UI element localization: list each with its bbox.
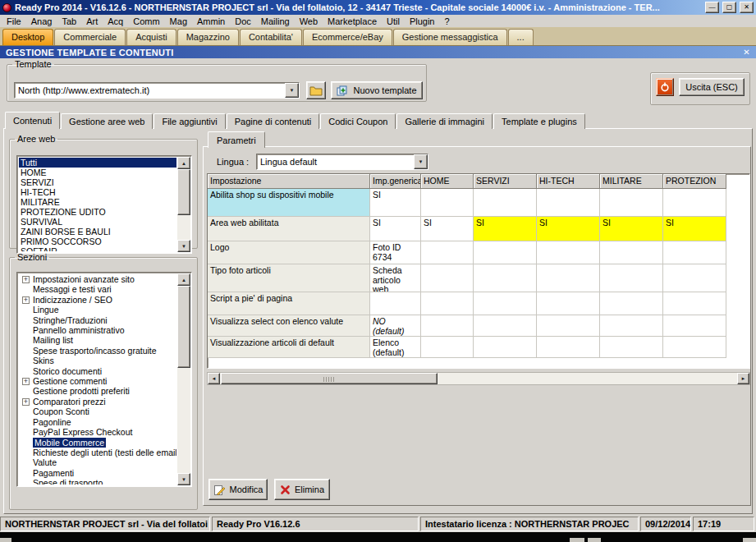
cell-servizi[interactable]	[474, 241, 537, 264]
menu-item-file[interactable]: File	[2, 16, 26, 27]
module-tab-commerciale[interactable]: Commerciale	[54, 29, 126, 45]
sezione-item-valute[interactable]: Valute	[19, 457, 176, 467]
cell-generica[interactable]: SI	[370, 189, 421, 217]
sezione-item-spese-trasporto-incasso-gratuite[interactable]: Spese trasporto/incasso gratuite	[19, 346, 176, 356]
menu-item-marketplace[interactable]: Marketplace	[323, 16, 382, 27]
content-tab-template-e-plugins[interactable]: Template e plugins	[493, 113, 585, 129]
cell-home[interactable]	[421, 337, 474, 358]
cell-protezione[interactable]	[663, 264, 726, 292]
cell-generica[interactable]: Foto ID 6734	[370, 241, 421, 264]
module-tab-magazzino[interactable]: Magazzino	[177, 29, 239, 45]
column-header-home[interactable]: HOME	[421, 174, 474, 189]
cell-impostazione[interactable]: Script a pie' di pagina	[208, 292, 370, 315]
content-tab-pagine-di-contenuti[interactable]: Pagine di contenuti	[227, 113, 320, 129]
cell-servizi[interactable]: SI	[474, 217, 537, 241]
cell-militare[interactable]	[600, 264, 663, 292]
menu-item-tab[interactable]: Tab	[57, 16, 81, 27]
cell-generica[interactable]: NO (default)	[370, 315, 421, 337]
sezione-item-gestione-prodotti-preferiti[interactable]: Gestione prodotti preferiti	[19, 386, 176, 396]
menu-item-web[interactable]: Web	[295, 16, 323, 27]
cell-home[interactable]: SI	[421, 217, 474, 241]
scroll-down-icon[interactable]: ▼	[177, 240, 190, 252]
scroll-thumb[interactable]	[221, 373, 438, 384]
cell-generica[interactable]	[370, 292, 421, 315]
sezione-item-pagamenti[interactable]: Pagamenti	[19, 468, 176, 478]
scroll-left-icon[interactable]: ◄	[208, 373, 220, 384]
module-tab-contabilita[interactable]: Contabilita'	[240, 29, 302, 45]
cell-servizi[interactable]	[474, 315, 537, 337]
area-item-primo-soccorso[interactable]: PRIMO SOCCORSO	[19, 237, 176, 246]
cell-hitech[interactable]	[537, 264, 600, 292]
sezione-item-richieste-degli-utenti-testi-delle-email[interactable]: Richieste degli utenti (testi delle emai…	[19, 448, 176, 457]
minimize-button[interactable]: —	[705, 2, 719, 13]
modifica-button[interactable]: Modifica	[208, 479, 268, 500]
module-tab-more[interactable]: ...	[508, 29, 534, 45]
sezione-item-lingue[interactable]: Lingue	[19, 305, 176, 315]
maximize-button[interactable]: ▢	[722, 2, 736, 13]
area-item-softair[interactable]: SOFTAIR	[19, 246, 176, 251]
cell-protezione[interactable]	[663, 292, 726, 315]
cell-militare[interactable]: SI	[600, 217, 663, 241]
open-template-folder-button[interactable]	[306, 81, 326, 99]
area-item-zaini-borse-e-bauli[interactable]: ZAINI BORSE E BAULI	[19, 227, 176, 237]
menu-item-mailing[interactable]: Mailing	[256, 16, 295, 27]
expand-plus-icon[interactable]: +	[22, 276, 30, 283]
panel-close-icon[interactable]: ✕	[743, 48, 750, 57]
cell-protezione[interactable]	[663, 337, 726, 358]
menu-item-anag[interactable]: Anag	[26, 16, 57, 27]
cell-impostazione[interactable]: Logo	[208, 241, 370, 264]
area-item-servizi[interactable]: SERVIZI	[19, 177, 176, 187]
scroll-down-icon[interactable]: ▼	[177, 473, 190, 485]
exit-button[interactable]: Uscita (ESC)	[679, 78, 745, 96]
sezione-item-paypal-express-checkout[interactable]: PayPal Express Checkout	[19, 427, 176, 437]
sezione-item-mailing-list[interactable]: Mailing list	[19, 335, 176, 345]
new-template-button[interactable]: Nuovo template	[331, 81, 423, 99]
content-tab-codici-coupon[interactable]: Codici Coupon	[320, 113, 396, 129]
expand-plus-icon[interactable]: +	[22, 378, 30, 385]
cell-hitech[interactable]	[537, 315, 600, 337]
menu-item-doc[interactable]: Doc	[230, 16, 256, 27]
tab-parametri[interactable]: Parametri	[208, 131, 265, 148]
cell-militare[interactable]	[600, 241, 663, 264]
cell-hitech[interactable]: SI	[537, 217, 600, 241]
cell-protezione[interactable]	[663, 241, 726, 264]
content-tab-gestione-aree-web[interactable]: Gestione aree web	[61, 113, 153, 129]
sezione-item-stringhe-traduzioni[interactable]: Stringhe/Traduzioni	[19, 315, 176, 325]
cell-hitech[interactable]	[537, 337, 600, 358]
cell-servizi[interactable]	[474, 264, 537, 292]
sezione-item-mobile-commerce[interactable]: Mobile Commerce	[19, 438, 176, 448]
cell-militare[interactable]	[600, 315, 663, 337]
column-header-militare[interactable]: MILITARE	[600, 174, 663, 189]
scroll-thumb[interactable]	[177, 286, 190, 368]
close-button[interactable]: ✕	[740, 2, 754, 13]
cell-home[interactable]	[421, 241, 474, 264]
area-item-protezione-udito[interactable]: PROTEZIONE UDITO	[19, 207, 176, 217]
elimina-button[interactable]: Elimina	[274, 479, 330, 500]
template-dropdown-icon[interactable]: ▼	[285, 83, 299, 98]
module-tab-desktop[interactable]: Desktop	[2, 29, 53, 45]
menu-item-n14[interactable]: ?	[439, 16, 454, 27]
cell-protezione[interactable]	[663, 315, 726, 337]
menu-item-comm[interactable]: Comm	[128, 16, 164, 27]
area-item-hi-tech[interactable]: HI-TECH	[19, 187, 176, 197]
sezione-item-coupon-sconti[interactable]: Coupon Sconti	[19, 406, 176, 416]
sezione-item-pagonline[interactable]: Pagonline	[19, 417, 176, 427]
sezione-item-spese-di-trasporto[interactable]: Spese di trasporto	[19, 478, 176, 485]
expand-plus-icon[interactable]: +	[22, 296, 30, 304]
column-header-servizi[interactable]: SERVIZI	[474, 174, 537, 189]
cell-impostazione[interactable]: Visualizza select con elenco valute	[208, 315, 370, 337]
sezione-item-gestione-commenti[interactable]: +Gestione commenti	[19, 376, 176, 386]
cell-generica[interactable]: SI	[370, 217, 421, 241]
menu-item-ammin[interactable]: Ammin	[192, 16, 230, 27]
template-combobox[interactable]: North (http://www.extrematech.it) ▼	[14, 82, 300, 99]
cell-militare[interactable]	[600, 337, 663, 358]
cell-generica[interactable]: Elenco (default)	[370, 337, 421, 358]
sezione-item-impostazioni-avanzate-sito[interactable]: +Impostazioni avanzate sito	[19, 274, 176, 284]
content-tab-contenuti[interactable]: Contenuti	[5, 112, 60, 129]
cell-servizi[interactable]	[474, 337, 537, 358]
menu-item-plugin[interactable]: Plugin	[405, 16, 440, 27]
cell-servizi[interactable]	[474, 189, 537, 217]
column-header-imp-generica[interactable]: Imp.generica	[370, 174, 421, 189]
module-tab-gestione-messaggistica[interactable]: Gestione messaggistica	[393, 29, 507, 45]
cell-home[interactable]	[421, 315, 474, 337]
